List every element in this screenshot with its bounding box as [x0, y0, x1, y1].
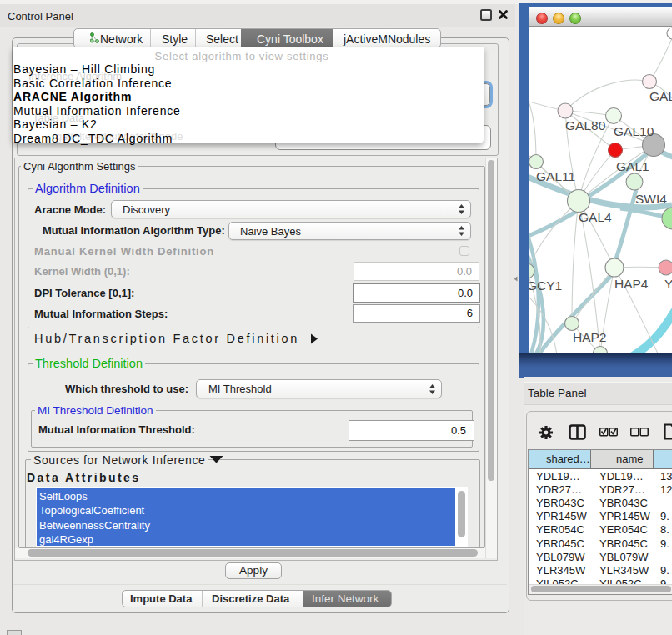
svg-text:SWI4: SWI4 [635, 192, 667, 206]
svg-text:Y: Y [664, 277, 672, 291]
svg-text:GAL10: GAL10 [614, 124, 654, 138]
svg-text:GAL7: GAL7 [649, 89, 672, 103]
svg-text:GAL1: GAL1 [616, 159, 649, 173]
svg-text:HAP2: HAP2 [573, 330, 607, 344]
svg-text:HAP4: HAP4 [614, 277, 649, 291]
svg-text:GAL11: GAL11 [536, 169, 575, 183]
svg-text:GAL4: GAL4 [579, 210, 612, 224]
svg-text:GAL80: GAL80 [565, 118, 606, 132]
svg-text:GCY1: GCY1 [529, 278, 562, 292]
